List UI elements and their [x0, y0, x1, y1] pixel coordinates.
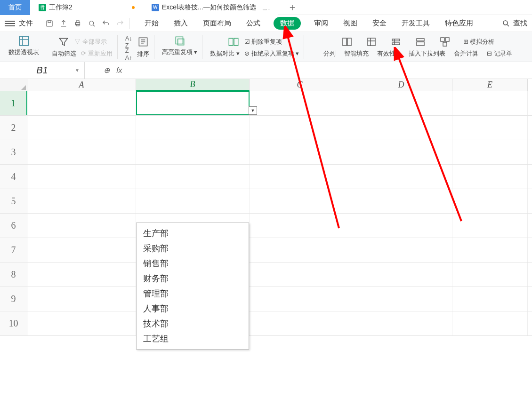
reject-dup-button[interactable]: ⊘ 拒绝录入重复项 ▾ — [244, 49, 299, 58]
col-header-C[interactable]: C — [250, 79, 350, 91]
row-header[interactable]: 5 — [0, 189, 27, 213]
validation-label[interactable]: 有效性 ▾ — [377, 49, 401, 58]
tab-data[interactable]: 数据 — [274, 17, 301, 30]
del-dup-button[interactable]: ☑ 删除重复项 — [244, 38, 282, 46]
cell[interactable] — [250, 238, 350, 262]
data-compare-button[interactable]: 数据对比 ▾ — [210, 49, 240, 58]
cell[interactable] — [27, 140, 136, 164]
split-col-label[interactable]: 分列 — [323, 49, 336, 58]
select-all-corner[interactable] — [0, 79, 27, 91]
undo-icon[interactable] — [102, 19, 110, 28]
cell[interactable] — [350, 311, 452, 335]
cell-reference-box[interactable]: B1 ▼ — [0, 62, 85, 79]
cell[interactable] — [136, 116, 250, 140]
dropdown-option[interactable]: 人事部 — [137, 301, 249, 316]
redo-icon[interactable] — [116, 19, 124, 28]
tab-document2[interactable]: W Excel表格技...—如何按颜色筛选 ⎵ . — [143, 0, 279, 15]
cell[interactable] — [350, 214, 452, 238]
tab-insert[interactable]: 插入 — [172, 18, 190, 29]
col-header-E[interactable]: E — [452, 79, 528, 91]
cell[interactable] — [452, 189, 528, 213]
cell-dropdown-button[interactable]: ▼ — [249, 106, 257, 115]
cell[interactable] — [27, 263, 136, 287]
cell[interactable] — [350, 189, 452, 213]
dropdown-option[interactable]: 财务部 — [137, 271, 249, 286]
cell[interactable] — [250, 140, 350, 164]
cell[interactable] — [136, 189, 250, 213]
cell[interactable] — [452, 165, 528, 189]
cell[interactable] — [27, 116, 136, 140]
validation-icon[interactable] — [390, 36, 402, 48]
tab-home[interactable]: 首页 — [0, 0, 30, 15]
formula-input[interactable] — [141, 63, 532, 78]
row-header[interactable]: 6 — [0, 214, 27, 238]
tab-security[interactable]: 安全 — [371, 18, 388, 29]
tab-start[interactable]: 开始 — [143, 18, 161, 29]
tab-workbook[interactable]: 哲 工作簿2 — [30, 0, 143, 15]
sort-icon[interactable] — [137, 36, 149, 48]
row-header[interactable]: 8 — [0, 263, 27, 287]
row-header[interactable]: 3 — [0, 140, 27, 164]
cell[interactable] — [27, 238, 136, 262]
consolidate-icon[interactable] — [439, 36, 451, 48]
cell[interactable] — [452, 238, 528, 262]
cell[interactable] — [350, 140, 452, 164]
new-tab-button[interactable]: ＋ — [278, 0, 306, 15]
consolidate-label[interactable]: 合并计算 — [454, 49, 478, 58]
save-icon[interactable] — [45, 19, 54, 28]
row-header[interactable]: 7 — [0, 238, 27, 262]
cell[interactable] — [452, 91, 528, 115]
cell[interactable] — [250, 263, 350, 287]
cell[interactable] — [136, 140, 250, 164]
cell[interactable] — [27, 189, 136, 213]
smart-fill-icon[interactable] — [365, 36, 378, 48]
cell[interactable] — [350, 116, 452, 140]
dropdown-option[interactable]: 技术部 — [137, 316, 249, 331]
compare-icon[interactable] — [227, 36, 240, 48]
cell[interactable] — [27, 91, 136, 115]
cell[interactable] — [250, 189, 350, 213]
cell[interactable] — [452, 263, 528, 287]
split-col-icon[interactable] — [341, 36, 353, 48]
hamburger-icon[interactable] — [5, 21, 15, 26]
row-header[interactable]: 1 — [0, 91, 27, 115]
row-header[interactable]: 2 — [0, 116, 27, 140]
reapply-button[interactable]: ⟳ 重新应用 — [81, 49, 113, 58]
preview-icon[interactable] — [88, 19, 96, 28]
tab-special[interactable]: 特色应用 — [443, 18, 475, 29]
tab-formula[interactable]: 公式 — [244, 18, 262, 29]
pivot-button[interactable]: 数据透视表 — [8, 35, 39, 56]
cell[interactable] — [250, 116, 350, 140]
tab-dev[interactable]: 开发工具 — [400, 18, 432, 29]
print-icon[interactable] — [73, 19, 82, 28]
show-all-button[interactable]: ▽ 全部显示 — [74, 38, 107, 46]
row-header[interactable]: 4 — [0, 165, 27, 189]
cell[interactable] — [136, 165, 250, 189]
row-header[interactable]: 9 — [0, 287, 27, 311]
dropdown-option[interactable]: 工艺组 — [137, 331, 249, 346]
cell[interactable] — [250, 91, 350, 115]
highlight-dup-button[interactable]: 高亮重复项 ▾ — [162, 35, 198, 56]
cell[interactable] — [250, 165, 350, 189]
cell[interactable] — [452, 214, 528, 238]
record-form-button[interactable]: ⊟ 记录单 — [487, 49, 512, 58]
smart-fill-label[interactable]: 智能填充 — [344, 49, 369, 58]
tab-layout[interactable]: 页面布局 — [201, 18, 233, 29]
search-button[interactable]: 查找 — [502, 19, 527, 28]
cell[interactable] — [452, 116, 528, 140]
cell[interactable] — [452, 311, 528, 335]
share-icon[interactable] — [59, 19, 68, 28]
tab-view[interactable]: 视图 — [341, 18, 359, 29]
cell[interactable] — [27, 287, 136, 311]
dropdown-list-label[interactable]: 插入下拉列表 — [409, 49, 445, 58]
tab-review[interactable]: 审阅 — [312, 18, 330, 29]
fx-icon[interactable]: fx — [116, 66, 122, 75]
cell[interactable] — [27, 214, 136, 238]
dropdown-option[interactable]: 销售部 — [137, 256, 249, 271]
cell[interactable]: ▼ — [136, 91, 250, 115]
cell[interactable] — [27, 311, 136, 335]
whatif-button[interactable]: ⊞ 模拟分析 — [463, 38, 495, 46]
auto-filter-button[interactable]: 自动筛选 — [52, 49, 76, 58]
dropdown-option[interactable]: 管理部 — [137, 286, 249, 301]
dropdown-list-icon[interactable] — [414, 36, 427, 48]
